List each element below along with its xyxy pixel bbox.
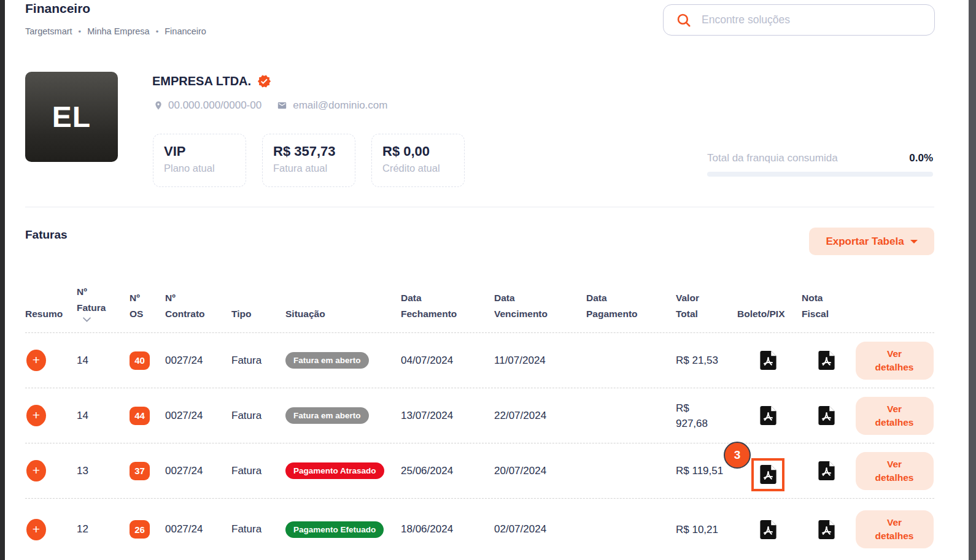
nota-fiscal-pdf-button[interactable] <box>818 406 835 425</box>
pdf-file-icon <box>818 461 835 480</box>
sort-chevron-down-icon <box>83 317 91 322</box>
section-divider <box>25 207 934 207</box>
window-edge-left <box>0 0 5 560</box>
boleto-pdf-button[interactable] <box>760 465 777 484</box>
breadcrumb-item-minha-empresa[interactable]: Minha Empresa <box>87 26 150 36</box>
expand-row-button[interactable]: + <box>26 405 46 426</box>
cell-data-fechamento: 25/06/2024 <box>401 465 494 477</box>
search-box[interactable] <box>663 4 935 36</box>
cell-data-vencimento: 20/07/2024 <box>494 465 586 477</box>
header-numero-os: Nº OS <box>130 290 165 332</box>
nota-fiscal-pdf-button[interactable] <box>818 461 835 480</box>
search-icon <box>676 12 692 28</box>
stat-value: R$ 0,00 <box>382 144 464 159</box>
company-email: email@dominio.com <box>293 99 387 112</box>
pdf-file-icon <box>818 351 835 370</box>
header-numero-contrato: Nº Contrato <box>165 290 231 332</box>
cell-data-fechamento: 04/07/2024 <box>401 355 494 367</box>
expand-row-button[interactable]: + <box>26 519 46 540</box>
header-data-vencimento: Data Vencimento <box>494 290 586 332</box>
cell-data-fechamento: 13/07/2024 <box>401 410 494 422</box>
boleto-pdf-button[interactable] <box>760 351 777 370</box>
cell-data-vencimento: 02/07/2024 <box>494 523 586 535</box>
pdf-file-icon <box>818 406 835 425</box>
ver-detalhes-button[interactable]: Ver detalhes <box>856 397 934 435</box>
table-row: + 13 37 0027/24 Fatura Pagamento Atrasad… <box>25 443 934 498</box>
export-table-label: Exportar Tabela <box>826 236 904 248</box>
cell-numero-fatura: 14 <box>77 355 130 367</box>
os-number-badge[interactable]: 26 <box>130 520 150 539</box>
cell-tipo: Fatura <box>231 465 285 477</box>
header-boleto-pix: Boleto/PIX <box>737 306 799 332</box>
cell-numero-contrato: 0027/24 <box>165 355 231 367</box>
header-tipo: Tipo <box>231 306 285 332</box>
cell-numero-fatura: 13 <box>77 465 130 477</box>
cell-tipo: Fatura <box>231 523 285 535</box>
company-email-item: email@dominio.com <box>276 99 387 112</box>
expand-row-button[interactable]: + <box>26 460 46 481</box>
stat-label: Fatura atual <box>273 163 355 174</box>
os-number-badge[interactable]: 44 <box>130 407 150 425</box>
stat-label: Crédito atual <box>382 163 464 174</box>
os-number-badge[interactable]: 40 <box>130 351 150 370</box>
header-numero-fatura[interactable]: Nº Fatura <box>77 284 130 332</box>
envelope-icon <box>276 101 288 110</box>
company-cnpj-item: 00.000.000/0000-00 <box>153 99 261 112</box>
franquia-value: 0.0% <box>909 152 933 164</box>
company-cnpj: 00.000.000/0000-00 <box>168 99 261 112</box>
franquia-label: Total da franquia consumida <box>707 152 838 164</box>
cell-numero-contrato: 0027/24 <box>165 523 231 535</box>
annotation-highlight-box <box>751 458 784 491</box>
boleto-pdf-button[interactable] <box>760 520 777 539</box>
table-row: + 12 26 0027/24 Fatura Pagamento Efetuad… <box>25 498 934 560</box>
os-number-badge[interactable]: 37 <box>130 462 150 480</box>
pdf-file-icon <box>760 465 777 484</box>
ver-detalhes-button[interactable]: Ver detalhes <box>856 342 934 380</box>
export-table-button[interactable]: Exportar Tabela <box>809 228 934 255</box>
table-header-row: Resumo Nº Fatura Nº OS Nº Contrato Tipo … <box>25 264 934 332</box>
company-name: EMPRESA LTDA. <box>152 74 251 88</box>
table-row: + 14 44 0027/24 Fatura Fatura em aberto … <box>25 388 934 443</box>
company-avatar: EL <box>25 72 118 162</box>
cell-data-vencimento: 11/07/2024 <box>494 355 586 367</box>
breadcrumb: Targetsmart • Minha Empresa • Financeiro <box>25 26 206 36</box>
cell-numero-contrato: 0027/24 <box>165 465 231 477</box>
cell-valor-total: R$ 21,53 <box>676 353 737 368</box>
cell-numero-contrato: 0027/24 <box>165 410 231 422</box>
franquia-progress-bar <box>707 172 933 177</box>
breadcrumb-item-targetsmart[interactable]: Targetsmart <box>25 26 72 36</box>
company-stats: VIP Plano atual R$ 357,73 Fatura atual R… <box>153 134 465 187</box>
company-initials: EL <box>52 100 91 134</box>
status-badge: Fatura em aberto <box>285 407 369 424</box>
header-actions <box>854 322 934 332</box>
header-data-fechamento: Data Fechamento <box>401 290 494 332</box>
stat-card-credito: R$ 0,00 Crédito atual <box>371 134 465 187</box>
search-input[interactable] <box>700 13 934 27</box>
annotation-step-badge: 3 <box>724 442 751 469</box>
cell-numero-fatura: 14 <box>77 410 130 422</box>
nota-fiscal-pdf-button[interactable] <box>818 351 835 370</box>
nota-fiscal-pdf-button[interactable] <box>818 520 835 539</box>
stat-value: VIP <box>164 144 246 159</box>
pdf-file-icon <box>818 520 835 539</box>
location-pin-icon <box>153 100 163 111</box>
pdf-file-icon <box>760 520 777 539</box>
status-badge: Pagamento Atrasado <box>285 462 384 479</box>
breadcrumb-item-financeiro[interactable]: Financeiro <box>165 26 206 36</box>
ver-detalhes-button[interactable]: Ver detalhes <box>856 510 934 548</box>
stat-label: Plano atual <box>164 163 246 174</box>
header-data-pagamento: Data Pagamento <box>586 290 676 332</box>
ver-detalhes-button[interactable]: Ver detalhes <box>856 452 934 490</box>
boleto-pdf-button[interactable] <box>760 406 777 425</box>
company-contacts: 00.000.000/0000-00 email@dominio.com <box>153 99 387 112</box>
cell-tipo: Fatura <box>231 410 285 422</box>
pdf-file-icon <box>760 351 777 370</box>
cell-numero-fatura: 12 <box>77 523 130 535</box>
header-nota-fiscal: Nota Fiscal <box>799 290 854 332</box>
expand-row-button[interactable]: + <box>26 350 46 371</box>
header-situacao: Situação <box>285 306 401 332</box>
faturas-table: Resumo Nº Fatura Nº OS Nº Contrato Tipo … <box>25 264 934 560</box>
cell-tipo: Fatura <box>231 355 285 367</box>
cell-data-vencimento: 22/07/2024 <box>494 410 586 422</box>
status-badge: Pagamento Efetuado <box>285 521 384 538</box>
